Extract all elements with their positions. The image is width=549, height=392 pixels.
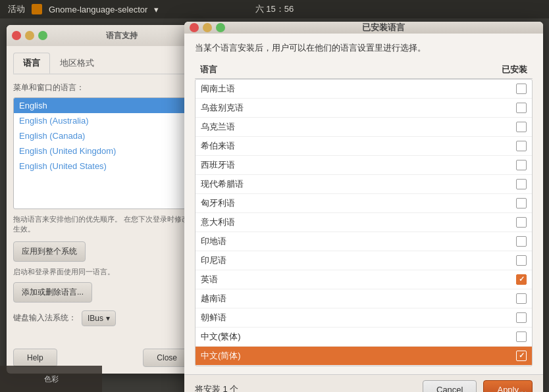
table-row[interactable]: 越南语 [196, 289, 532, 308]
lang-support-min-btn[interactable] [25, 31, 34, 40]
lang-support-title: 语言支持 [106, 30, 138, 41]
install-checkbox[interactable] [516, 179, 527, 189]
installed-lang-title: 已安装语言 [362, 22, 405, 34]
install-checkbox[interactable] [516, 274, 527, 285]
tab-region[interactable]: 地区格式 [50, 53, 104, 74]
lang-name: 越南语 [201, 293, 226, 305]
install-checkbox[interactable] [516, 160, 527, 170]
installed-lang-titlebar: 已安装语言 [184, 22, 543, 34]
lang-support-close-btn[interactable] [12, 31, 21, 40]
drag-hint: 拖动语言来安排他们的优先顺序。 在您下次登录时修改生效。 [13, 214, 191, 235]
table-row[interactable]: 匈牙利语 [196, 194, 532, 213]
install-checkbox[interactable] [516, 293, 527, 304]
install-checkbox[interactable] [516, 255, 527, 266]
table-row[interactable]: 英语 [196, 270, 532, 289]
install-checkbox[interactable] [516, 103, 527, 113]
lang-name: 中文(繁体) [201, 331, 241, 343]
keyboard-value: IBus [88, 314, 103, 323]
keyboard-dropdown-icon: ▾ [106, 314, 110, 323]
table-row[interactable]: 印尼语 [196, 251, 532, 270]
taskbar-bottom: 色彩 [0, 366, 102, 392]
table-row[interactable]: 意大利语 [196, 213, 532, 232]
install-checkbox[interactable] [516, 198, 527, 208]
installed-min-btn[interactable] [203, 23, 212, 32]
install-checkbox[interactable] [516, 236, 527, 247]
top-bar: 活动 Gnome-language-selector ▾ 六 15：56 [0, 0, 549, 18]
menu-lang-list[interactable]: English English (Australia) English (Can… [13, 97, 191, 209]
lang-support-content: 语言 地区格式 菜单和窗口的语言： English English (Austr… [7, 46, 197, 374]
taskbar-label: 色彩 [44, 374, 59, 384]
table-row[interactable]: 闽南土语 [196, 80, 532, 99]
installed-lang-content: 当某个语言安装后，用户可以在他们的语言设置里进行选择。 语言 已安装 闽南土语 … [184, 34, 543, 374]
installed-bottom-bar: 将安装 1 个 Cancel Apply [184, 374, 543, 393]
lang-name: 闽南土语 [201, 83, 235, 95]
installed-close-btn[interactable] [190, 23, 199, 32]
install-checkbox[interactable] [516, 312, 527, 323]
keyboard-row: 键盘输入法系统： IBus ▾ [13, 310, 191, 326]
lang-name: 希伯来语 [201, 140, 235, 152]
list-item-english[interactable]: English [14, 98, 190, 113]
add-lang-button[interactable]: 添加或删除语言... [13, 282, 92, 303]
table-row[interactable]: 希伯来语 [196, 137, 532, 156]
keyboard-label: 键盘输入法系统： [13, 312, 76, 324]
lang-table-header: 语言 已安装 [195, 61, 533, 79]
table-row[interactable]: 西班牙语 [196, 156, 532, 175]
list-item-english-au[interactable]: English (Australia) [14, 113, 190, 128]
lang-name: 朝鲜语 [201, 312, 226, 324]
app-name-label: Gnome-language-selector [49, 5, 147, 14]
apply-system-button[interactable]: 应用到整个系统 [13, 241, 86, 262]
install-checkbox[interactable] [516, 331, 527, 342]
table-row[interactable]: 印地语 [196, 232, 532, 251]
clock: 六 15：56 [255, 3, 294, 15]
list-item-english-uk[interactable]: English (United Kingdom) [14, 143, 190, 159]
install-checkbox[interactable] [516, 217, 527, 228]
lang-name: 西班牙语 [201, 159, 235, 171]
lang-support-max-btn[interactable] [38, 31, 47, 40]
table-row-selected[interactable]: 中文(简体) [196, 347, 532, 366]
lang-name: 匈牙利语 [201, 197, 235, 209]
lang-name: 中文(简体) [201, 350, 241, 362]
table-row[interactable]: 朝鲜语 [196, 308, 532, 328]
install-checkbox[interactable] [516, 84, 527, 94]
install-checkbox[interactable] [516, 141, 527, 151]
installed-lang-description: 当某个语言安装后，用户可以在他们的语言设置里进行选择。 [195, 41, 533, 55]
login-hint: 启动和登录界面使用同一语言。 [13, 267, 191, 277]
menu-lang-label: 菜单和窗口的语言： [13, 82, 191, 93]
lang-name: 英语 [201, 274, 218, 285]
activity-label[interactable]: 活动 [8, 3, 25, 15]
table-row[interactable]: 乌克兰语 [196, 118, 532, 137]
help-button[interactable]: Help [13, 349, 57, 367]
app-icon [32, 4, 42, 14]
lang-name: 意大利语 [201, 216, 235, 228]
list-item-english-us[interactable]: English (United States) [14, 159, 190, 174]
app-menu-arrow[interactable]: ▾ [154, 5, 159, 14]
lang-name: 印尼语 [201, 255, 226, 266]
installed-lang-window: 已安装语言 当某个语言安装后，用户可以在他们的语言设置里进行选择。 语言 已安装… [184, 22, 543, 392]
tab-language[interactable]: 语言 [13, 53, 50, 74]
install-checkbox[interactable] [516, 122, 527, 132]
lang-support-bottom-buttons: Help Close [13, 343, 191, 367]
install-count-label: 将安装 1 个 [195, 383, 238, 392]
table-row[interactable]: 中文(繁体) [196, 328, 532, 347]
lang-support-titlebar: 语言支持 [7, 25, 197, 46]
table-row[interactable]: 现代希腊语 [196, 175, 532, 194]
table-row[interactable]: 乌兹别克语 [196, 99, 532, 118]
lang-name: 乌兹别克语 [201, 102, 244, 114]
cancel-button[interactable]: Cancel [423, 380, 477, 393]
lang-support-window: 语言支持 语言 地区格式 菜单和窗口的语言： English English (… [7, 25, 197, 374]
lang-table-body[interactable]: 闽南土语 乌兹别克语 乌克兰语 希伯来语 [195, 79, 533, 366]
lang-support-tabs: 语言 地区格式 [13, 53, 191, 74]
list-item-english-ca[interactable]: English (Canada) [14, 128, 190, 143]
desktop: 语言支持 语言 地区格式 菜单和窗口的语言： English English (… [0, 18, 549, 392]
col-language-header: 语言 [200, 64, 217, 76]
install-checkbox[interactable] [516, 351, 527, 361]
lang-name: 乌克兰语 [201, 121, 235, 133]
col-installed-header: 已安装 [502, 64, 527, 76]
lang-name: 现代希腊语 [201, 178, 244, 190]
keyboard-select[interactable]: IBus ▾ [82, 310, 116, 326]
lang-name: 印地语 [201, 235, 226, 247]
installed-max-btn[interactable] [216, 23, 225, 32]
